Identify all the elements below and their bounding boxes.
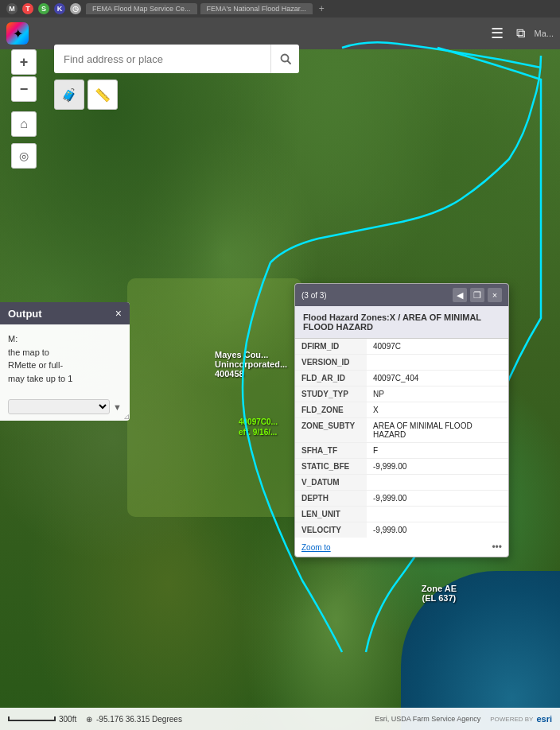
- tools-row: 🧳 📏: [54, 80, 118, 110]
- popup-key-zone-subty: ZONE_SUBTY: [295, 418, 367, 442]
- popup-val-static-bfe: -9,999.00: [367, 459, 508, 474]
- ruler-icon: 📏: [95, 87, 111, 103]
- search-button[interactable]: [270, 45, 299, 73]
- popup-key-static-bfe: STATIC_BFE: [295, 459, 367, 474]
- popup-val-fld-zone: X: [367, 402, 508, 417]
- popup-key-fld-zone: FLD_ZONE: [295, 402, 367, 417]
- popup-row-sfha-tf: SFHA_TF F: [295, 443, 508, 459]
- popup-row-v-datum: V_DATUM: [295, 475, 508, 491]
- scale-text: 300ft: [59, 715, 76, 724]
- side-panel-resize-handle[interactable]: ⊿: [123, 412, 130, 421]
- hamburger-button[interactable]: ☰: [488, 21, 507, 45]
- browser-icon-s: S: [38, 3, 49, 14]
- zoom-in-button[interactable]: +: [11, 49, 37, 75]
- popup-row-velocity: VELOCITY -9,999.00: [295, 522, 508, 538]
- side-panel-hint1: the map to: [8, 346, 122, 359]
- popup-key-v-datum: V_DATUM: [295, 475, 367, 490]
- flood-hazard-popup: (3 of 3) ◀ ❐ × Flood Hazard Zones:X / AR…: [294, 283, 509, 557]
- popup-key-dfirm-id: DFIRM_ID: [295, 339, 367, 354]
- popup-row-fld-zone: FLD_ZONE X: [295, 402, 508, 418]
- popup-val-fld-ar-id: 40097C_404: [367, 371, 508, 386]
- popup-row-len-unit: LEN_UNIT: [295, 507, 508, 522]
- popup-key-depth: DEPTH: [295, 491, 367, 506]
- tab-area: FEMA Flood Map Service Ce... FEMA's Nati…: [86, 3, 554, 14]
- side-panel: Output × M: the map to RMette or full- m…: [0, 302, 130, 421]
- bottom-bar: 300ft ⊕ -95.176 36.315 Degrees Esri, USD…: [0, 708, 560, 730]
- popup-row-fld-ar-id: FLD_AR_ID 40097C_404: [295, 371, 508, 386]
- side-panel-header: Output ×: [0, 302, 130, 324]
- firm-label-2: eff. 9/16/...: [239, 428, 277, 437]
- browser-icon-t: T: [22, 3, 33, 14]
- popup-row-dfirm-id: DFIRM_ID 40097C: [295, 339, 508, 355]
- popup-val-study-typ: NP: [367, 386, 508, 402]
- tab-fema-national[interactable]: FEMA's National Flood Hazar...: [200, 3, 313, 14]
- popup-header: Flood Hazard Zones:X / AREA OF MINIMAL F…: [295, 306, 508, 339]
- tab-add-button[interactable]: +: [319, 3, 325, 14]
- side-panel-close-button[interactable]: ×: [115, 307, 122, 320]
- popup-val-version-id: [367, 355, 508, 370]
- side-panel-footer: ▼: [0, 393, 130, 421]
- popup-footer: Zoom to •••: [295, 538, 508, 557]
- popup-key-len-unit: LEN_UNIT: [295, 507, 367, 522]
- zone-ae-label: Zone AE (EL 637): [422, 584, 457, 603]
- popup-val-velocity: -9,999.00: [367, 522, 508, 538]
- search-input[interactable]: [54, 45, 270, 73]
- popup-val-zone-subty: AREA OF MINIMAL FLOOD HAZARD: [367, 418, 508, 442]
- side-panel-select[interactable]: [8, 399, 110, 414]
- popup-val-sfha-tf: F: [367, 443, 508, 458]
- home-button[interactable]: ⌂: [11, 111, 37, 137]
- popup-key-version-id: VERSION_ID: [295, 355, 367, 370]
- popup-prev-button[interactable]: ◀: [453, 288, 467, 302]
- briefcase-icon: 🧳: [61, 87, 77, 103]
- layers-button[interactable]: ⧉: [513, 23, 528, 44]
- app-logo: ✦: [6, 22, 29, 45]
- esri-attribution: Esri, USDA Farm Service Agency: [375, 715, 480, 723]
- esri-logo-area: POWERED BY esri: [490, 714, 552, 724]
- popup-key-fld-ar-id: FLD_AR_ID: [295, 371, 367, 386]
- popup-titlebar: (3 of 3) ◀ ❐ ×: [295, 284, 508, 306]
- popup-row-depth: DEPTH -9,999.00: [295, 491, 508, 507]
- briefcase-tool-button[interactable]: 🧳: [54, 80, 84, 110]
- browser-icon-m: M: [6, 3, 18, 14]
- side-panel-text-em: M:: [8, 332, 122, 346]
- side-panel-title: Output: [8, 308, 42, 320]
- popup-more-button[interactable]: •••: [492, 542, 502, 553]
- browser-bar: M T S K ◷ FEMA Flood Map Service Ce... F…: [0, 0, 560, 17]
- map-title-label: Ma...: [535, 29, 554, 38]
- popup-row-zone-subty: ZONE_SUBTY AREA OF MINIMAL FLOOD HAZARD: [295, 418, 508, 443]
- zoom-out-button[interactable]: −: [11, 76, 37, 102]
- popup-val-v-datum: [367, 475, 508, 490]
- county-label: Mayes Cou... Unincorporated... 400458: [215, 350, 287, 379]
- scale-bar: 300ft: [8, 715, 76, 724]
- tab-fema-flood[interactable]: FEMA Flood Map Service Ce...: [86, 3, 197, 14]
- search-icon: [279, 52, 292, 65]
- ruler-tool-button[interactable]: 📏: [88, 80, 118, 110]
- popup-val-depth: -9,999.00: [367, 491, 508, 506]
- popup-key-velocity: VELOCITY: [295, 522, 367, 538]
- popup-row-study-typ: STUDY_TYP NP: [295, 386, 508, 402]
- browser-icon-nav: ◷: [70, 3, 81, 14]
- popup-row-static-bfe: STATIC_BFE -9,999.00: [295, 459, 508, 475]
- search-container: [54, 45, 299, 73]
- popup-key-study-typ: STUDY_TYP: [295, 386, 367, 402]
- popup-restore-button[interactable]: ❐: [470, 288, 484, 302]
- popup-key-sfha-tf: SFHA_TF: [295, 443, 367, 458]
- coordinate-display: ⊕ -95.176 36.315 Degrees: [86, 715, 182, 724]
- popup-close-button[interactable]: ×: [488, 288, 502, 302]
- popup-val-dfirm-id: 40097C: [367, 339, 508, 354]
- svg-line-1: [287, 61, 290, 64]
- popup-val-len-unit: [367, 507, 508, 522]
- map-field: [127, 278, 302, 517]
- popup-counter: (3 of 3): [301, 291, 327, 300]
- firm-label-1: 40097C0...: [239, 417, 278, 426]
- map-zoom-controls: + − ⌂ ◎: [11, 49, 37, 169]
- side-panel-hint3: may take up to 1: [8, 372, 122, 386]
- side-panel-body: M: the map to RMette or full- may take u…: [0, 324, 130, 393]
- side-panel-hint2: RMette or full-: [8, 359, 122, 372]
- browser-icon-k: K: [54, 3, 65, 14]
- esri-logo: esri: [536, 714, 552, 724]
- popup-zoom-to-link[interactable]: Zoom to: [301, 543, 331, 552]
- scale-line: [8, 716, 56, 721]
- locate-button[interactable]: ◎: [11, 143, 37, 169]
- popup-row-version-id: VERSION_ID: [295, 355, 508, 371]
